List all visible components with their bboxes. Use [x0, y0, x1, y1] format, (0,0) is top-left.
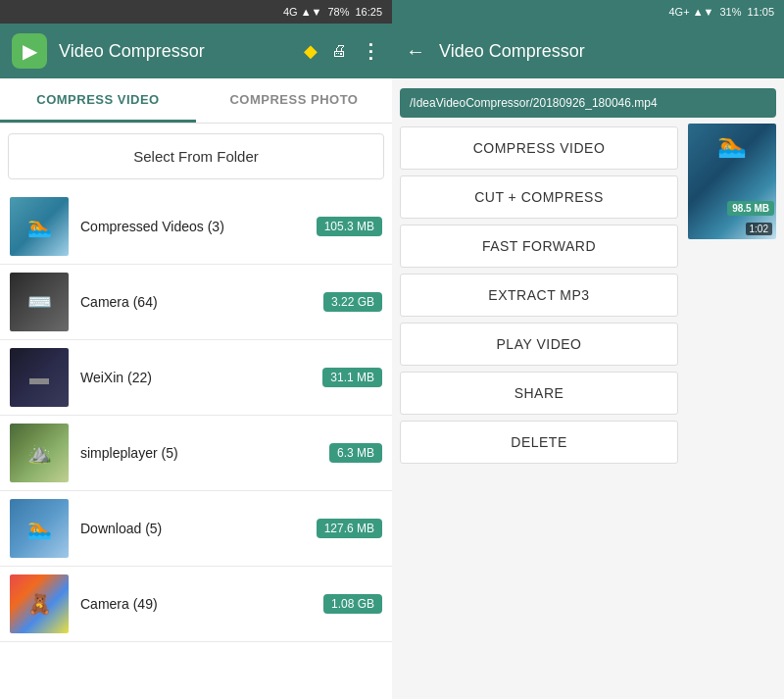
right-app-title: Video Compressor	[439, 41, 585, 62]
folder-thumbnail: ⌨️	[10, 273, 69, 331]
folder-thumbnail: ▬	[10, 348, 69, 407]
diamond-icon[interactable]: ◆	[304, 40, 318, 62]
folder-info: Camera (49)	[80, 595, 312, 613]
video-thumbnail-container: 🏊 98.5 MB 1:02	[688, 124, 776, 239]
left-battery: 78%	[327, 6, 349, 18]
cut-compress-button[interactable]: CUT + COMPRESS	[400, 175, 678, 219]
folder-size-badge: 105.3 MB	[317, 217, 382, 236]
folder-name: Camera (64)	[80, 294, 158, 310]
right-toolbar: ← Video Compressor	[392, 24, 784, 78]
play-video-button[interactable]: PLAY VIDEO	[400, 323, 678, 366]
app-logo-icon: ▶	[23, 39, 37, 63]
folder-size-badge: 1.08 GB	[323, 594, 382, 614]
left-time: 16:25	[355, 6, 382, 18]
folder-size-badge: 31.1 MB	[322, 368, 382, 387]
folder-info: Camera (64)	[80, 293, 312, 311]
list-item[interactable]: 🏊 Compressed Videos (3) 105.3 MB	[0, 189, 392, 265]
folder-thumbnail: 🏊	[10, 499, 69, 558]
left-signal: 4G ▲▼	[283, 6, 322, 18]
folder-size-badge: 127.6 MB	[317, 519, 382, 538]
more-options-icon[interactable]: ⋮	[361, 39, 380, 63]
list-item[interactable]: ⌨️ Camera (64) 3.22 GB	[0, 265, 392, 340]
folder-info: WeiXin (22)	[80, 369, 311, 386]
toolbar-icons: ◆ 🖨 ⋮	[304, 39, 380, 63]
left-toolbar: ▶ Video Compressor ◆ 🖨 ⋮	[0, 24, 392, 78]
video-thumbnail: 🏊 98.5 MB 1:02	[688, 124, 776, 239]
right-status-bar: 4G+ ▲▼ 31% 11:05	[392, 0, 784, 24]
list-item[interactable]: ▬ WeiXin (22) 31.1 MB	[0, 340, 392, 416]
swimmer-icon: 🏊	[717, 131, 747, 159]
folder-list: 🏊 Compressed Videos (3) 105.3 MB ⌨️ Came…	[0, 189, 392, 642]
list-item[interactable]: 🏊 Download (5) 127.6 MB	[0, 491, 392, 567]
tab-compress-video[interactable]: COMPRESS VIDEO	[0, 78, 196, 123]
extract-mp3-button[interactable]: EXTRACT MP3	[400, 274, 678, 317]
folder-name: simpleplayer (5)	[80, 445, 178, 461]
right-time: 11:05	[747, 6, 774, 18]
print-icon[interactable]: 🖨	[331, 42, 347, 60]
action-buttons: COMPRESS VIDEO CUT + COMPRESS FAST FORWA…	[392, 124, 686, 467]
back-button[interactable]: ←	[406, 40, 425, 63]
file-path-bar: /IdeaVideoCompressor/20180926_180046.mp4	[400, 88, 776, 118]
folder-name: WeiXin (22)	[80, 370, 152, 385]
folder-size-badge: 6.3 MB	[329, 443, 382, 463]
share-button[interactable]: SHARE	[400, 372, 678, 415]
tab-compress-photo[interactable]: COMPRESS PHOTO	[196, 78, 392, 123]
select-from-folder-button[interactable]: Select From Folder	[8, 133, 384, 179]
folder-thumbnail: 🏊	[10, 197, 69, 256]
folder-info: Compressed Videos (3)	[80, 218, 305, 235]
video-duration: 1:02	[746, 223, 772, 235]
left-app-title: Video Compressor	[59, 41, 292, 62]
video-size-badge: 98.5 MB	[727, 201, 774, 216]
folder-name: Camera (49)	[80, 596, 158, 612]
right-panel: ← Video Compressor /IdeaVideoCompressor/…	[392, 24, 784, 699]
folder-thumbnail: ⛰️	[10, 424, 69, 482]
delete-button[interactable]: DELETE	[400, 421, 678, 464]
app-icon: ▶	[12, 33, 47, 69]
right-signal: 4G+ ▲▼	[669, 6, 714, 18]
compress-video-button[interactable]: COMPRESS VIDEO	[400, 126, 678, 170]
left-status-bar: 4G ▲▼ 78% 16:25	[0, 0, 392, 24]
list-item[interactable]: 🧸 Camera (49) 1.08 GB	[0, 567, 392, 642]
left-panel: ▶ Video Compressor ◆ 🖨 ⋮ COMPRESS VIDEO …	[0, 24, 392, 699]
folder-name: Download (5)	[80, 521, 162, 536]
right-battery: 31%	[719, 6, 741, 18]
folder-size-badge: 3.22 GB	[323, 292, 382, 312]
left-tabs: COMPRESS VIDEO COMPRESS PHOTO	[0, 78, 392, 124]
folder-thumbnail: 🧸	[10, 574, 69, 633]
folder-info: simpleplayer (5)	[80, 444, 318, 462]
list-item[interactable]: ⛰️ simpleplayer (5) 6.3 MB	[0, 416, 392, 491]
folder-info: Download (5)	[80, 520, 305, 537]
folder-name: Compressed Videos (3)	[80, 219, 224, 234]
fast-forward-button[interactable]: FAST FORWARD	[400, 225, 678, 268]
